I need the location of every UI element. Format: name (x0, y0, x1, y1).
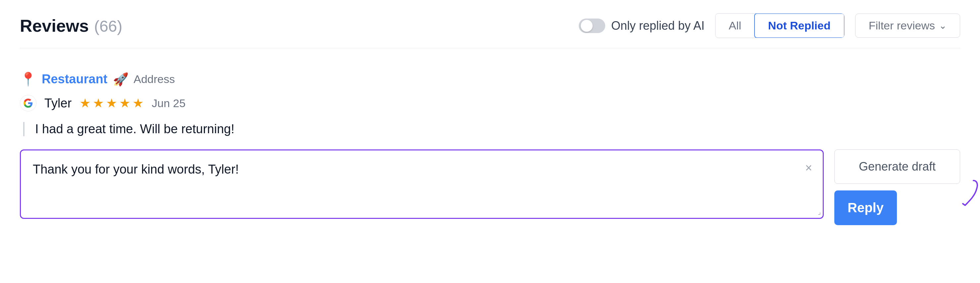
address-label: Address (134, 73, 175, 85)
arrow-decoration: Reply (834, 190, 960, 225)
restaurant-row: 📍 Restaurant 🚀 Address (20, 71, 960, 87)
reply-textarea-wrapper: Thank you for your kind words, Tyler! × … (20, 149, 824, 219)
reply-textarea[interactable]: Thank you for your kind words, Tyler! (21, 150, 823, 217)
reviewer-name: Tyler (45, 96, 72, 111)
header-row: Reviews (66) Only replied by AI All Not … (20, 13, 960, 48)
filter-reviews-label: Filter reviews (869, 19, 935, 32)
review-date: Jun 25 (152, 97, 185, 110)
action-buttons: Generate draft Reply (834, 149, 960, 225)
review-count: (66) (94, 17, 122, 35)
google-icon (20, 95, 37, 111)
chevron-down-icon: ⌄ (939, 20, 947, 31)
clear-icon[interactable]: × (805, 161, 812, 175)
stars-container: ★ ★ ★ ★ ★ (80, 96, 144, 111)
filter-not-replied-button[interactable]: Not Replied (754, 13, 845, 38)
restaurant-name: Restaurant (42, 72, 108, 86)
ai-replied-toggle[interactable] (579, 19, 605, 33)
header-controls: Only replied by AI All Not Replied Filte… (579, 13, 960, 38)
star-5: ★ (132, 96, 144, 111)
review-card: 📍 Restaurant 🚀 Address Tyler ★ ★ ★ ★ (20, 65, 960, 232)
reply-section: Thank you for your kind words, Tyler! × … (20, 149, 960, 225)
reviewer-row: Tyler ★ ★ ★ ★ ★ Jun 25 (20, 95, 960, 111)
toggle-label: Only replied by AI (611, 19, 705, 33)
curved-arrow (940, 177, 980, 217)
star-1: ★ (80, 96, 91, 111)
star-3: ★ (106, 96, 117, 111)
title-area: Reviews (66) (20, 16, 123, 36)
toggle-area: Only replied by AI (579, 19, 705, 33)
location-icon: 📍 (20, 71, 37, 87)
star-2: ★ (93, 96, 104, 111)
filter-all-button[interactable]: All (716, 14, 754, 37)
resize-handle: ⌟ (818, 208, 821, 216)
page-title: Reviews (20, 16, 89, 36)
restaurant-emoji: 🚀 (113, 72, 129, 87)
review-text: I had a great time. Will be returning! (35, 122, 960, 136)
filter-buttons: All Not Replied (715, 13, 845, 38)
filter-reviews-button[interactable]: Filter reviews ⌄ (855, 14, 960, 38)
review-text-container: I had a great time. Will be returning! (23, 122, 960, 136)
reply-button[interactable]: Reply (834, 190, 897, 225)
star-4: ★ (119, 96, 130, 111)
